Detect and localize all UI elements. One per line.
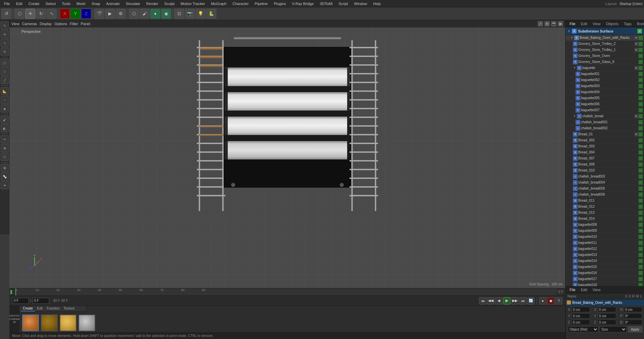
obj-baguette010[interactable]: b baguette010 ✓	[566, 234, 644, 240]
obj-baguette005[interactable]: b baguette005 ✓	[566, 95, 644, 101]
obj-bread002[interactable]: B Bread_002 ✓	[566, 137, 644, 143]
move-tool-left[interactable]: ✛	[1, 30, 9, 38]
t1-f2[interactable]: ✓	[639, 48, 643, 52]
menu-pipeline[interactable]: Pipeline	[252, 1, 270, 6]
mat-tab-texture[interactable]: Texture	[62, 306, 77, 312]
menu-animate[interactable]: Animate	[104, 1, 122, 6]
obj-baguette014[interactable]: b baguette014 ✓	[566, 258, 644, 264]
mat-tab-edit[interactable]: Edit	[35, 306, 45, 312]
rp-tab-tags[interactable]: Tags	[622, 22, 634, 26]
knife-tool[interactable]: ✂	[1, 135, 9, 143]
menu-motion-tracker[interactable]: Motion Tracker	[178, 1, 208, 6]
oven-flag1[interactable]: ⊞	[634, 36, 638, 40]
measure-tool[interactable]: 📐	[1, 87, 9, 95]
obj-baguette003[interactable]: b baguette003 ✓	[566, 83, 644, 89]
subdiv-check[interactable]: ✓	[637, 29, 642, 33]
obj-baguette002[interactable]: b baguette002 ✓	[566, 77, 644, 83]
obj-expand-oven[interactable]: ▼	[570, 36, 574, 40]
apply-btn[interactable]: Apply	[628, 326, 642, 332]
timeline-ruler[interactable]: 0 10 20 30 40 50 60 70 80 90	[15, 288, 556, 295]
vp-cameras[interactable]: Cameras	[22, 22, 37, 26]
obj-challah-bread[interactable]: ▼ c challah_bread ⊞ ✓	[566, 113, 644, 119]
paint-tool[interactable]: 🖌	[140, 9, 150, 19]
light-btn[interactable]: 💡	[196, 9, 206, 19]
obj-bread014[interactable]: B Bread_014 ✓	[566, 216, 644, 222]
vp-options[interactable]: Options	[54, 22, 67, 26]
obj-grocery-trolley1[interactable]: G Grocery_Store_Trolley_1 ⊞ ✓	[566, 47, 644, 53]
z-axis[interactable]: Z	[81, 9, 91, 19]
coord-ry-input[interactable]	[598, 313, 616, 319]
obj-baguette006[interactable]: b baguette006 ✓	[566, 101, 644, 107]
rigging-tool[interactable]: 🦴	[1, 173, 9, 181]
move-tool[interactable]: ✛	[25, 9, 35, 19]
menu-mesh[interactable]: Mesh	[74, 1, 88, 6]
obj-bread013[interactable]: B Bread_013 ✓	[566, 210, 644, 216]
rp-tab-bookmarks[interactable]: Bool	[635, 22, 644, 26]
t2-f1[interactable]: ⊞	[634, 42, 638, 46]
menu-vray[interactable]: V-Ray Bridge	[289, 1, 317, 6]
obj-grocery-trolley2[interactable]: G Grocery_Store_Trolley_2 ⊞ ✓	[566, 41, 644, 47]
plugin-btn[interactable]: 🐍	[206, 9, 216, 19]
obj-baguette[interactable]: ▼ b baguette ⊞ ✓	[566, 65, 644, 71]
baguette-expand[interactable]: ▼	[573, 66, 576, 70]
obj-bread01[interactable]: B Bread_01 ⊞ ✓	[566, 131, 644, 137]
obj-baguette018[interactable]: b baguette018 ✓	[566, 282, 644, 286]
obj-baguette011[interactable]: b baguette011 ✓	[566, 240, 644, 246]
scale-tool[interactable]: ⤡	[47, 9, 57, 19]
step-back-btn[interactable]: ◀◀	[487, 297, 494, 304]
coord-h-input[interactable]	[624, 307, 642, 312]
obj-baguette016[interactable]: b baguette016 ✓	[566, 270, 644, 276]
current-frame-input[interactable]	[12, 298, 29, 304]
obj-challah003[interactable]: c challah_bread003 ✓	[566, 174, 644, 180]
camera-tool[interactable]: 🎥	[1, 59, 9, 67]
step-fwd-btn[interactable]: ▶▶	[511, 297, 519, 304]
obj-challah005[interactable]: c challah_bread005 ✓	[566, 186, 644, 192]
scale-tool-left[interactable]: ⤡	[1, 39, 9, 47]
obj-baguette017[interactable]: b baguette017 ✓	[566, 276, 644, 282]
line-tool[interactable]: ╱	[1, 76, 9, 84]
keyframe-btn[interactable]: ●	[539, 297, 546, 304]
obj-bread009[interactable]: B Bread_009 ✓	[566, 161, 644, 167]
go-f1[interactable]: ✓	[639, 54, 643, 58]
obj-grocery-oven[interactable]: G Grocery_Store_Oven ✓	[566, 53, 644, 59]
mode-object[interactable]: ⬡	[14, 9, 24, 19]
obj-bread-baking-oven[interactable]: ▼ B Bread_Baking_Oven_with_Racks ⊞ ✓	[566, 35, 644, 41]
size-select[interactable]: Size	[600, 326, 627, 332]
vp-render-preview[interactable]: ▶	[558, 21, 563, 26]
obj-bread012[interactable]: B Bread_012 ✓	[566, 204, 644, 210]
menu-mograph[interactable]: MoGraph	[208, 1, 229, 6]
brush-tool[interactable]: 🖌	[1, 116, 9, 124]
obj-bread004[interactable]: B Bread_004 ✓	[566, 149, 644, 155]
play-back-btn[interactable]: ◀	[495, 297, 502, 304]
rp-tab-edit[interactable]: Edit	[579, 22, 589, 26]
menu-file[interactable]: File	[1, 1, 13, 6]
render-view[interactable]: ▶	[105, 9, 115, 19]
t2-f2[interactable]: ✓	[639, 42, 643, 46]
obj-bread003[interactable]: B Bread_003 ✓	[566, 143, 644, 149]
obj-bread007[interactable]: B Bread_007 ✓	[566, 155, 644, 161]
menu-tools[interactable]: Tools	[59, 1, 73, 6]
vp-panel[interactable]: Panel	[81, 22, 90, 26]
render-btn[interactable]: 🎬	[94, 9, 104, 19]
snap-btn[interactable]: ⊡	[174, 9, 184, 19]
t1-f1[interactable]: ⊞	[634, 48, 638, 52]
coord-z-input[interactable]	[572, 320, 590, 325]
boolean-tool[interactable]: ⊕	[1, 144, 9, 152]
subdiv-header-item[interactable]: ▼ S Subdivision Surface ✓	[566, 27, 644, 35]
obj-bread011[interactable]: B Bread_011 ✓	[566, 198, 644, 204]
menu-plugins[interactable]: Plugins	[271, 1, 288, 6]
null-tool[interactable]: ○	[1, 96, 9, 104]
menu-snap[interactable]: Snap	[89, 1, 103, 6]
obj-baguette012[interactable]: b baguette012 ✓	[566, 246, 644, 252]
menu-select[interactable]: Select	[43, 1, 59, 6]
object-rel-select[interactable]: Object (Rel) World	[568, 326, 598, 332]
render-settings[interactable]: ⚙	[116, 9, 126, 19]
menu-script[interactable]: Script	[336, 1, 351, 6]
menu-sculpt[interactable]: Sculpt	[162, 1, 177, 6]
obj-challah001[interactable]: c challah_bread001 ✓	[566, 119, 644, 125]
loop-btn[interactable]: 🔄	[527, 297, 535, 304]
array-tool[interactable]: ⊞	[1, 164, 9, 172]
mat-tab-function[interactable]: Function	[45, 306, 61, 312]
menu-edit[interactable]: Edit	[13, 1, 25, 6]
deform-tool[interactable]: ⬡	[1, 153, 9, 161]
